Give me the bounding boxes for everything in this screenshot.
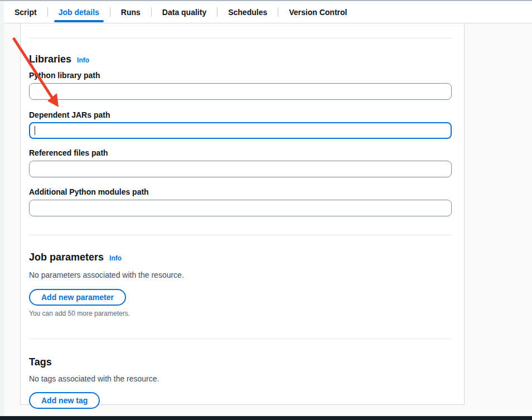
additional-python-modules-path-label: Additional Python modules path [29,187,452,197]
python-library-path-label: Python library path [29,70,452,80]
additional-python-modules-path-input[interactable] [29,200,452,216]
tags-section-header: Tags [29,356,452,368]
python-library-path-field [29,83,452,100]
referenced-files-path-label: Referenced files path [29,148,452,158]
job-parameters-constraint-text: You can add 50 more parameters. [29,309,452,318]
job-parameters-info-link[interactable]: Info [109,254,122,262]
libraries-info-link[interactable]: Info [77,56,89,64]
section-divider [29,38,452,38]
dependent-jars-path-label: Dependent JARs path [29,110,452,120]
section-divider [29,339,452,339]
tags-heading: Tags [29,356,52,368]
dependent-jars-path-input[interactable] [29,122,452,139]
referenced-files-path-field [29,161,452,177]
tab-data-quality[interactable]: Data quality [152,1,217,23]
additional-python-modules-path-field [29,200,452,216]
job-details-panel: Libraries Info Python library path Depen… [20,23,465,405]
tab-version-control[interactable]: Version Control [278,1,357,23]
tab-schedules[interactable]: Schedules [217,1,278,23]
tags-empty-text: No tags associated with the resource. [29,374,452,384]
page-left-gutter [0,1,4,420]
section-divider [29,235,452,235]
window-bottom-bar [0,416,532,420]
libraries-heading: Libraries [29,53,71,65]
text-caret [35,126,35,135]
libraries-section-header: Libraries Info [29,53,452,65]
job-parameters-empty-text: No parameters associated with the resour… [29,270,452,280]
add-new-parameter-button[interactable]: Add new parameter [29,289,126,306]
referenced-files-path-input[interactable] [29,161,452,177]
job-parameters-heading: Job parameters [29,251,104,263]
dependent-jars-path-field [29,122,452,139]
job-tabbar: Script Job details Runs Data quality Sch… [4,1,532,23]
tab-script[interactable]: Script [4,1,47,23]
job-parameters-section-header: Job parameters Info [29,251,452,263]
python-library-path-input[interactable] [29,83,452,100]
add-new-tag-button[interactable]: Add new tag [29,392,100,409]
tab-job-details[interactable]: Job details [48,1,110,23]
tab-runs[interactable]: Runs [110,1,151,23]
